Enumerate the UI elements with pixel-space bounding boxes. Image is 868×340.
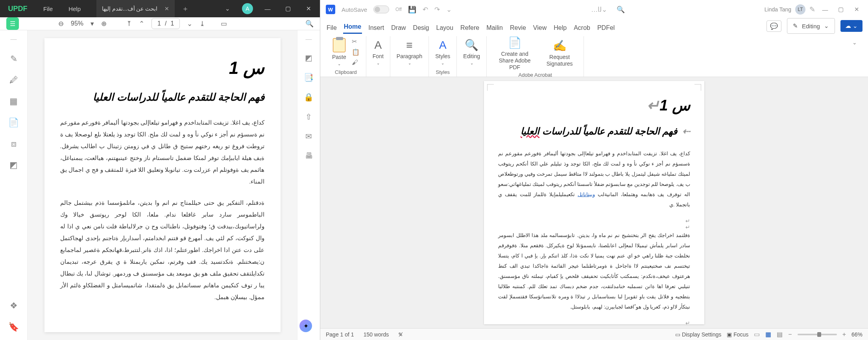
edit-tool-icon[interactable]: 🖉 xyxy=(9,75,18,85)
doc-name-placeholder[interactable]: …ﻟا⌄ xyxy=(591,6,607,14)
presentation-button[interactable]: ▭ xyxy=(221,20,227,28)
tab-file[interactable]: File xyxy=(326,22,338,34)
paste-button[interactable]: Paste ⌄ xyxy=(332,38,346,66)
request-signatures-button[interactable]: ✍ Request Signatures xyxy=(542,39,577,67)
menu-file[interactable]: File xyxy=(43,6,53,12)
tab-insert[interactable]: Insert xyxy=(368,22,385,34)
ai-assistant-button[interactable]: ✦ xyxy=(299,320,312,332)
share-icon[interactable]: ⇧ xyxy=(305,112,312,121)
focus-button[interactable]: ▣ Focus xyxy=(727,331,748,338)
web-layout-icon[interactable]: ▤ xyxy=(777,331,783,338)
ribbon-collapse-button[interactable]: ⌄ xyxy=(847,36,862,77)
redact-tool-icon[interactable]: ◩ xyxy=(9,160,18,170)
ink-icon[interactable]: ✎ xyxy=(809,5,815,14)
qat-dropdown-icon[interactable]: ⌄ xyxy=(446,6,452,14)
zoom-slider[interactable] xyxy=(798,334,837,335)
crop-tool-icon[interactable]: ⧈ xyxy=(11,139,17,149)
tab-references[interactable]: Refere xyxy=(460,22,480,34)
page-total: 1 xyxy=(170,20,174,27)
tab-acrobat[interactable]: Acrob xyxy=(573,22,591,34)
search-icon[interactable]: 🔍 xyxy=(617,6,625,14)
panel-toggle-button[interactable]: ☰ xyxy=(6,17,19,30)
font-button[interactable]: A Font ⌄ xyxy=(373,39,384,65)
highlight-tool-icon[interactable]: ✎ xyxy=(10,54,17,64)
doc-heading-1: س 1↵ xyxy=(498,97,690,114)
first-page-button[interactable]: ⤒ xyxy=(126,20,132,28)
comments-button[interactable]: 💬 xyxy=(766,20,781,32)
protect-icon[interactable]: 🔒 xyxy=(304,92,314,102)
format-painter-icon[interactable]: 🖌 xyxy=(352,59,360,66)
tab-pdfelement[interactable]: PDFel xyxy=(597,22,615,34)
document-tab[interactable]: ابحث عن أف...تقدم إليها ✕ xyxy=(96,0,175,17)
hyperlink[interactable]: وبيتاناتل xyxy=(578,191,595,197)
zoom-out-button[interactable]: ⊖ xyxy=(58,20,64,28)
minimize-button[interactable]: — xyxy=(262,6,273,12)
share-button[interactable]: ☁ ⌄ xyxy=(840,20,862,32)
autosave-toggle[interactable] xyxy=(373,6,389,13)
document-viewport[interactable]: س 1 فهم الحاجة للتقدم عالمياً للدراسات ا… xyxy=(28,30,297,340)
email-icon[interactable]: ✉ xyxy=(305,132,312,141)
menu-help[interactable]: Help xyxy=(68,6,81,12)
maximize-button[interactable]: ▢ xyxy=(282,5,294,12)
create-pdf-button[interactable]: 📄 Create and Share Adobe PDF xyxy=(493,36,536,70)
redo-icon[interactable]: ↷ xyxy=(434,6,440,14)
next-page-button[interactable]: ⌄ xyxy=(187,20,192,28)
last-page-button[interactable]: ⤓ xyxy=(199,20,205,28)
copy-icon[interactable]: 📋 xyxy=(352,48,360,56)
page-indicator[interactable]: 1 / 1 xyxy=(151,18,180,29)
tab-home[interactable]: Home xyxy=(343,21,362,34)
layers-icon[interactable]: ❖ xyxy=(10,301,18,311)
tab-layout[interactable]: Layou xyxy=(436,22,454,34)
search-button[interactable]: 🔍 xyxy=(305,20,314,28)
spellcheck-icon[interactable]: ✎̸ xyxy=(398,331,403,338)
maximize-button[interactable]: ▢ xyxy=(835,6,847,13)
read-mode-icon[interactable]: ▭ xyxy=(754,331,760,338)
editing-mode-button[interactable]: ✎ Editing ⌄ xyxy=(787,18,835,34)
paragraph-button[interactable]: ≡ Paragraph ⌄ xyxy=(397,39,422,65)
print-icon[interactable]: 🖶 xyxy=(305,151,313,160)
zoom-percent[interactable]: 66% xyxy=(851,331,862,338)
save-icon[interactable]: 💾 xyxy=(408,6,416,14)
prev-page-button[interactable]: ⌃ xyxy=(139,20,144,28)
doc-heading-2: فهم الحاجة للتقدم عالمياً للدراسات العلي… xyxy=(60,90,265,105)
tab-design[interactable]: Desig xyxy=(412,22,430,34)
zoom-in-icon[interactable]: + xyxy=(842,331,846,338)
user-avatar[interactable]: A xyxy=(242,3,253,14)
page-indicator[interactable]: Page 1 of 1 xyxy=(326,331,354,338)
tab-title: ابحث عن أف...تقدم إليها xyxy=(102,6,157,12)
document-viewport[interactable]: س 1↵ ⇠ فهم الحاجة للتقدم عالمياً للدراسا… xyxy=(320,77,868,328)
pages-tool-icon[interactable]: ▦ xyxy=(9,96,18,107)
form-tool-icon[interactable]: 📄 xyxy=(8,118,19,128)
display-settings-button[interactable]: ▭ Display Settings xyxy=(675,331,721,338)
close-button[interactable]: ✕ xyxy=(303,5,314,12)
export-icon[interactable]: 📑 xyxy=(304,73,314,82)
ocr-icon[interactable]: ◩ xyxy=(305,53,312,62)
heading-text: س 1 xyxy=(659,97,690,114)
minimize-button[interactable]: — xyxy=(819,6,831,13)
tab-draw[interactable]: Draw xyxy=(390,22,406,34)
tab-view[interactable]: View xyxy=(532,22,547,34)
word-count[interactable]: 150 words xyxy=(364,331,389,338)
empty-label xyxy=(409,68,410,77)
zoom-in-button[interactable]: ⊕ xyxy=(101,20,107,28)
cut-icon[interactable]: ✂ xyxy=(352,38,360,45)
chevron-down-icon[interactable]: ⌄ xyxy=(222,5,233,12)
find-icon: 🔍 xyxy=(465,39,478,51)
zoom-out-icon[interactable]: − xyxy=(788,331,792,338)
bookmark-icon[interactable]: 🔖 xyxy=(8,322,19,332)
styles-button[interactable]: A Styles ⌄ xyxy=(435,39,450,65)
tab-help[interactable]: Help xyxy=(553,22,567,34)
word-page[interactable]: س 1↵ ⇠ فهم الحاجة للتقدم عالمياً للدراسا… xyxy=(484,81,704,324)
user-avatar[interactable]: LT xyxy=(795,4,805,15)
zoom-dropdown-icon[interactable]: ▾ xyxy=(90,20,94,28)
tab-close-icon[interactable]: ✕ xyxy=(164,6,169,12)
zoom-value[interactable]: 95% xyxy=(71,20,83,27)
close-button[interactable]: ✕ xyxy=(851,6,862,13)
tab-review[interactable]: Revie xyxy=(509,22,527,34)
editing-button[interactable]: 🔍 Editing ⌄ xyxy=(463,39,480,65)
new-tab-button[interactable]: ＋ xyxy=(182,4,189,13)
undo-icon[interactable]: ↶ xyxy=(423,6,428,14)
font-icon: A xyxy=(374,39,382,51)
print-layout-icon[interactable]: ▦ xyxy=(765,331,771,338)
tab-mailings[interactable]: Mailin xyxy=(486,22,504,34)
